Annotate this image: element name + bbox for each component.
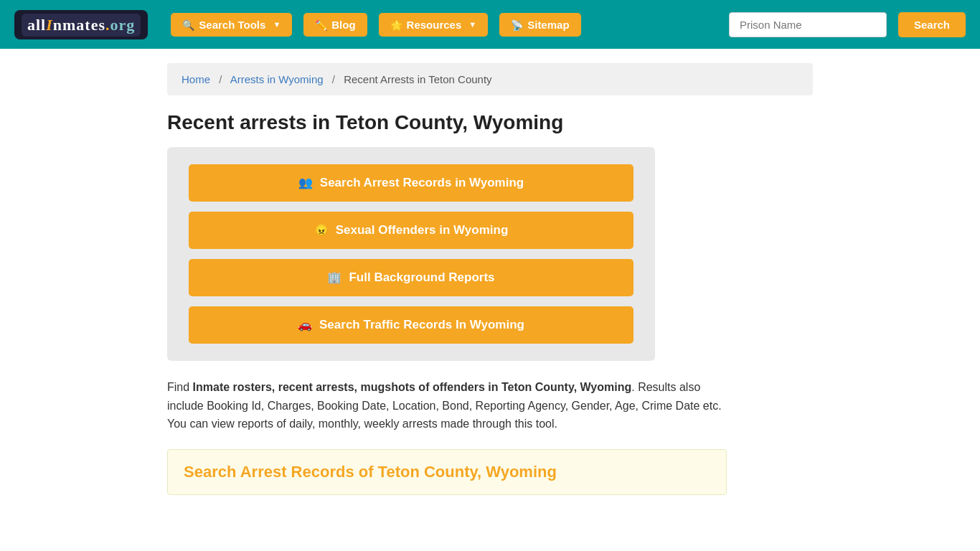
sitemap-icon [511, 19, 523, 31]
breadcrumb-separator: / [219, 73, 222, 85]
sexual-offenders-btn[interactable]: Sexual Offenders in Wyoming [189, 212, 633, 249]
breadcrumb-current: Recent Arrests in Teton County [344, 73, 492, 85]
people-icon [298, 176, 313, 190]
site-header: allInmates.org Search Tools ▼ Blog Resou… [0, 0, 980, 49]
breadcrumb-home[interactable]: Home [182, 73, 210, 85]
action-buttons-box: Search Arrest Records in Wyoming Sexual … [167, 147, 655, 361]
prison-search-input[interactable] [729, 12, 887, 37]
logo[interactable]: allInmates.org [14, 10, 148, 39]
blog-btn[interactable]: Blog [303, 13, 367, 37]
chevron-down-icon: ▼ [468, 20, 476, 29]
search-records-title: Search Arrest Records of Teton County, W… [184, 463, 710, 481]
resources-btn[interactable]: Resources ▼ [379, 13, 489, 37]
chevron-down-icon: ▼ [273, 20, 281, 29]
description-text: Find Inmate rosters, recent arrests, mug… [167, 378, 727, 433]
search-arrest-records-btn[interactable]: Search Arrest Records in Wyoming [189, 164, 633, 202]
sitemap-btn[interactable]: Sitemap [499, 13, 580, 37]
main-content: Home / Arrests in Wyoming / Recent Arres… [153, 49, 827, 509]
car-icon [298, 318, 312, 332]
breadcrumb-arrests-wyoming[interactable]: Arrests in Wyoming [230, 73, 324, 85]
prison-search-button[interactable]: Search [898, 12, 966, 37]
resources-icon [390, 19, 402, 31]
page-title: Recent arrests in Teton County, Wyoming [167, 111, 813, 134]
description-bold: Inmate rosters, recent arrests, mugshots… [193, 381, 632, 393]
offender-icon [314, 223, 329, 237]
breadcrumb-separator: / [332, 73, 335, 85]
search-icon [182, 19, 194, 31]
search-records-section: Search Arrest Records of Teton County, W… [167, 449, 727, 495]
building-icon [327, 270, 341, 285]
search-tools-btn[interactable]: Search Tools ▼ [171, 13, 292, 37]
blog-icon [315, 19, 327, 31]
search-traffic-records-btn[interactable]: Search Traffic Records In Wyoming [189, 306, 633, 344]
breadcrumb: Home / Arrests in Wyoming / Recent Arres… [167, 63, 813, 95]
full-background-reports-btn[interactable]: Full Background Reports [189, 259, 633, 296]
